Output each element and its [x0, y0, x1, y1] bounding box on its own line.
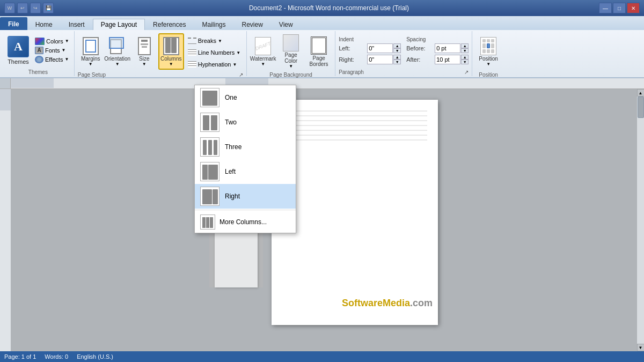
tab-view[interactable]: View: [271, 18, 301, 30]
line-numbers-icon: [188, 49, 196, 56]
scroll-track[interactable]: [637, 97, 644, 344]
margins-button[interactable]: Margins ▼: [78, 33, 104, 70]
indent-section: Indent Left: 0" ▲ ▼: [339, 36, 401, 64]
scroll-up-button[interactable]: ▲: [637, 89, 645, 97]
tab-references[interactable]: References: [145, 18, 194, 30]
watermark-button[interactable]: DRAFT Watermark ▼: [250, 33, 276, 70]
ruler-area: [0, 78, 644, 89]
scroll-thumb[interactable]: [638, 97, 644, 118]
column-two-icon: [200, 113, 219, 132]
column-three-icon: [200, 137, 219, 157]
after-spinner[interactable]: ▲ ▼: [461, 55, 469, 64]
redo-icon[interactable]: ↪: [30, 3, 41, 13]
breaks-button[interactable]: Breaks ▼: [185, 35, 243, 46]
scroll-down-button[interactable]: ▼: [637, 344, 645, 351]
line-numbers-button[interactable]: Line Numbers ▼: [185, 47, 243, 58]
tab-mailings[interactable]: Mailings: [194, 18, 233, 30]
fonts-arrow: ▼: [62, 48, 66, 53]
position-button[interactable]: Position ▼: [475, 33, 501, 70]
page-color-icon: [283, 34, 299, 51]
before-up[interactable]: ▲: [461, 43, 469, 48]
minimize-button[interactable]: —: [599, 3, 612, 13]
effects-arrow: ▼: [64, 57, 69, 62]
position-icon: [480, 37, 496, 55]
right-indent-spinner[interactable]: ▲ ▼: [393, 55, 401, 64]
left-indent-spinner[interactable]: ▲ ▼: [393, 43, 401, 53]
dropdown-divider: [195, 210, 296, 210]
left-indent-up[interactable]: ▲: [393, 43, 401, 48]
column-two-item[interactable]: Two: [195, 110, 296, 135]
page-setup-options: Breaks ▼ Line Numbers ▼ Hyphenation ▼: [185, 33, 243, 70]
after-label: After:: [406, 56, 433, 63]
margins-arrow: ▼: [89, 62, 93, 67]
window-title: Document2 - Microsoft Word non-commercia…: [59, 4, 599, 12]
doc-line-5: [282, 130, 427, 131]
column-left-icon: [200, 162, 219, 181]
column-one-item[interactable]: One: [195, 89, 296, 110]
right-indent-up[interactable]: ▲: [393, 55, 401, 60]
tab-page-layout[interactable]: Page Layout: [93, 19, 145, 31]
close-button[interactable]: ✕: [627, 3, 640, 13]
columns-button[interactable]: Columns ▼: [158, 33, 184, 70]
paragraph-dialog-launcher[interactable]: ↗: [464, 69, 469, 75]
breaks-arrow: ▼: [218, 39, 222, 43]
orientation-button[interactable]: Orientation ▼: [105, 33, 130, 70]
arrange-label: Position: [475, 71, 501, 79]
after-value[interactable]: 10 pt: [435, 55, 460, 64]
right-indent-value[interactable]: 0": [367, 55, 393, 64]
tab-review[interactable]: Review: [233, 18, 270, 30]
before-down[interactable]: ▼: [461, 48, 469, 53]
ruler-corner: [0, 78, 11, 89]
colors-button[interactable]: Colors ▼: [33, 37, 71, 46]
tab-file[interactable]: File: [0, 17, 27, 30]
maximize-button[interactable]: □: [613, 3, 626, 13]
paragraph-label: Paragraph ↗: [339, 68, 469, 76]
watermark-text: SoftwareMedia.com: [342, 298, 433, 309]
before-spinner[interactable]: ▲ ▼: [461, 43, 469, 53]
left-indent-down[interactable]: ▼: [393, 48, 401, 53]
ribbon: A Themes Colors ▼ A Fonts ▼: [0, 30, 644, 78]
line-numbers-arrow: ▼: [236, 50, 240, 55]
tab-insert[interactable]: Insert: [61, 18, 93, 30]
svg-rect-1: [11, 78, 54, 88]
more-columns-item[interactable]: More Columns...: [195, 211, 296, 233]
position-arrow: ▼: [486, 62, 491, 67]
margins-icon: [83, 37, 99, 55]
hyphenation-button[interactable]: Hyphenation ▼: [185, 59, 243, 70]
fonts-button[interactable]: A Fonts ▼: [33, 46, 71, 55]
right-indent-down[interactable]: ▼: [393, 60, 401, 64]
colors-arrow: ▼: [65, 39, 69, 43]
colors-icon: [35, 38, 45, 45]
columns-arrow: ▼: [169, 62, 173, 67]
column-right-item[interactable]: Right: [195, 184, 296, 209]
word-icon: W: [4, 3, 15, 13]
after-up[interactable]: ▲: [461, 55, 469, 60]
themes-icon: A: [8, 36, 29, 57]
tab-home[interactable]: Home: [27, 18, 61, 30]
page-borders-button[interactable]: Page Borders: [306, 33, 332, 70]
column-one-icon: [200, 89, 219, 107]
effects-icon: [35, 56, 43, 63]
after-down[interactable]: ▼: [461, 60, 469, 64]
page-color-button[interactable]: Page Color ▼: [278, 33, 304, 70]
title-bar: W ↩ ↪ 💾 Document2 - Microsoft Word non-c…: [0, 0, 644, 16]
effects-button[interactable]: Effects ▼: [33, 55, 71, 64]
before-value[interactable]: 0 pt: [435, 43, 460, 53]
paragraph-group: Indent Left: 0" ▲ ▼: [335, 31, 472, 76]
size-button[interactable]: Size ▼: [131, 33, 157, 70]
breaks-icon: [188, 38, 196, 44]
undo-icon[interactable]: ↩: [17, 3, 28, 13]
watermark-icon: DRAFT: [255, 37, 271, 55]
hyphenation-icon: [188, 61, 196, 68]
vertical-scrollbar[interactable]: ▲ ▼: [636, 89, 644, 351]
column-three-item[interactable]: Three: [195, 135, 296, 159]
orientation-arrow: ▼: [115, 62, 120, 67]
save-icon[interactable]: 💾: [43, 3, 54, 13]
left-indent-value[interactable]: 0": [367, 43, 393, 53]
orientation-icon: [109, 37, 126, 55]
themes-button[interactable]: A Themes: [5, 36, 31, 65]
page-count: Page: 1 of 1: [4, 353, 36, 360]
column-left-item[interactable]: Left: [195, 159, 296, 184]
hyphenation-arrow: ▼: [233, 62, 237, 67]
page-setup-dialog-launcher[interactable]: ↗: [239, 72, 243, 78]
